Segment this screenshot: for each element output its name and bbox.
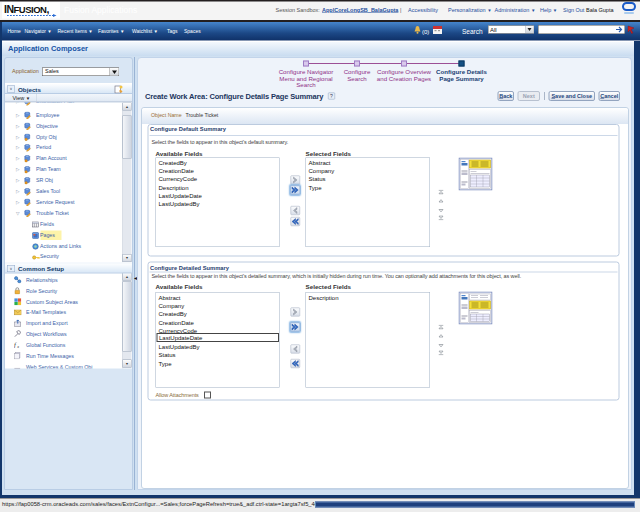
svg-text:x: x	[16, 344, 19, 348]
